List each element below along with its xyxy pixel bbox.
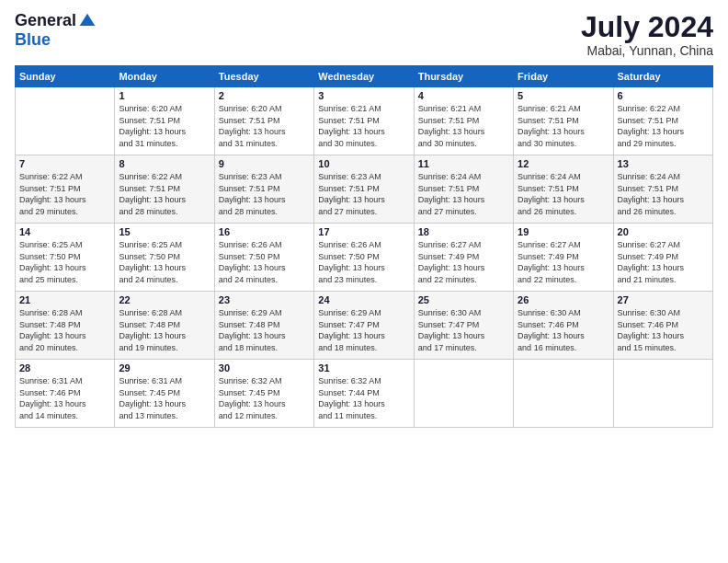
day-info: Sunrise: 6:25 AMSunset: 7:50 PMDaylight:… [19, 239, 110, 285]
daylight-text-cont: and 28 minutes. [119, 207, 177, 216]
day-number: 9 [219, 158, 310, 169]
daylight-text-cont: and 24 minutes. [119, 275, 177, 284]
sunrise-text: Sunrise: 6:25 AM [19, 240, 83, 249]
calendar-week-row: 14Sunrise: 6:25 AMSunset: 7:50 PMDayligh… [16, 224, 713, 292]
day-info: Sunrise: 6:20 AMSunset: 7:51 PMDaylight:… [219, 103, 310, 149]
day-info: Sunrise: 6:23 AMSunset: 7:51 PMDaylight:… [318, 171, 409, 217]
day-of-week-header: Monday [115, 66, 214, 87]
calendar-cell: 29Sunrise: 6:31 AMSunset: 7:45 PMDayligh… [115, 360, 214, 428]
sunset-text: Sunset: 7:50 PM [219, 252, 280, 261]
sunset-text: Sunset: 7:46 PM [518, 320, 579, 329]
daylight-text: Daylight: 13 hours [418, 127, 485, 136]
sunset-text: Sunset: 7:48 PM [19, 320, 81, 329]
sunset-text: Sunset: 7:46 PM [19, 388, 81, 397]
calendar-cell: 2Sunrise: 6:20 AMSunset: 7:51 PMDaylight… [214, 87, 313, 155]
sunrise-text: Sunrise: 6:21 AM [518, 104, 581, 113]
daylight-text: Daylight: 13 hours [119, 263, 186, 272]
calendar-cell [613, 360, 712, 428]
calendar-cell: 23Sunrise: 6:29 AMSunset: 7:48 PMDayligh… [214, 292, 313, 360]
calendar-cell: 22Sunrise: 6:28 AMSunset: 7:48 PMDayligh… [115, 292, 214, 360]
sunset-text: Sunset: 7:50 PM [318, 252, 380, 261]
day-number: 13 [618, 158, 709, 169]
day-number: 22 [119, 294, 210, 305]
day-number: 2 [219, 90, 310, 101]
sunrise-text: Sunrise: 6:22 AM [119, 172, 182, 181]
daylight-text-cont: and 29 minutes. [618, 139, 677, 148]
sunrise-text: Sunrise: 6:23 AM [318, 172, 381, 181]
day-of-week-header: Saturday [613, 66, 712, 87]
daylight-text: Daylight: 13 hours [418, 263, 485, 272]
day-of-week-header: Thursday [414, 66, 513, 87]
daylight-text-cont: and 30 minutes. [518, 139, 576, 148]
day-number: 27 [618, 294, 709, 305]
day-number: 15 [119, 226, 210, 237]
calendar-cell: 4Sunrise: 6:21 AMSunset: 7:51 PMDaylight… [414, 87, 513, 155]
daylight-text: Daylight: 13 hours [518, 195, 585, 204]
sunrise-text: Sunrise: 6:28 AM [119, 308, 182, 317]
calendar-cell: 11Sunrise: 6:24 AMSunset: 7:51 PMDayligh… [414, 155, 513, 224]
sunrise-text: Sunrise: 6:28 AM [19, 308, 83, 317]
day-info: Sunrise: 6:30 AMSunset: 7:46 PMDaylight:… [618, 307, 709, 353]
calendar-cell [16, 87, 115, 155]
svg-marker-0 [80, 13, 96, 25]
sunset-text: Sunset: 7:51 PM [418, 116, 480, 125]
sunrise-text: Sunrise: 6:30 AM [618, 308, 681, 317]
daylight-text-cont: and 17 minutes. [418, 343, 477, 352]
calendar-cell: 30Sunrise: 6:32 AMSunset: 7:45 PMDayligh… [214, 360, 313, 428]
day-info: Sunrise: 6:24 AMSunset: 7:51 PMDaylight:… [618, 171, 709, 217]
daylight-text-cont: and 28 minutes. [219, 207, 278, 216]
daylight-text: Daylight: 13 hours [518, 263, 585, 272]
day-of-week-header: Friday [514, 66, 613, 87]
daylight-text-cont: and 19 minutes. [119, 343, 177, 352]
day-number: 30 [219, 362, 310, 373]
calendar-cell: 24Sunrise: 6:29 AMSunset: 7:47 PMDayligh… [314, 292, 414, 360]
calendar-cell: 12Sunrise: 6:24 AMSunset: 7:51 PMDayligh… [514, 155, 613, 224]
day-number: 17 [318, 226, 409, 237]
daylight-text: Daylight: 13 hours [119, 127, 186, 136]
day-number: 16 [219, 226, 310, 237]
calendar-cell: 18Sunrise: 6:27 AMSunset: 7:49 PMDayligh… [414, 224, 513, 292]
title-area: July 2024 Mabai, Yunnan, China [581, 11, 713, 58]
day-info: Sunrise: 6:22 AMSunset: 7:51 PMDaylight:… [119, 171, 210, 217]
daylight-text-cont: and 22 minutes. [418, 275, 477, 284]
daylight-text-cont: and 14 minutes. [19, 411, 78, 420]
daylight-text: Daylight: 13 hours [119, 399, 186, 408]
daylight-text: Daylight: 13 hours [618, 263, 685, 272]
day-info: Sunrise: 6:32 AMSunset: 7:44 PMDaylight:… [318, 375, 409, 421]
day-info: Sunrise: 6:23 AMSunset: 7:51 PMDaylight:… [219, 171, 310, 217]
sunrise-text: Sunrise: 6:29 AM [219, 308, 282, 317]
sunrise-text: Sunrise: 6:27 AM [418, 240, 482, 249]
day-number: 24 [318, 294, 409, 305]
sunrise-text: Sunrise: 6:26 AM [219, 240, 282, 249]
calendar-cell: 6Sunrise: 6:22 AMSunset: 7:51 PMDaylight… [613, 87, 712, 155]
calendar-cell: 21Sunrise: 6:28 AMSunset: 7:48 PMDayligh… [16, 292, 115, 360]
calendar-week-row: 1Sunrise: 6:20 AMSunset: 7:51 PMDaylight… [16, 87, 713, 155]
sunrise-text: Sunrise: 6:22 AM [19, 172, 83, 181]
sunset-text: Sunset: 7:51 PM [518, 116, 579, 125]
sunrise-text: Sunrise: 6:21 AM [418, 104, 482, 113]
day-number: 29 [119, 362, 210, 373]
logo-general: General [15, 11, 76, 30]
day-info: Sunrise: 6:24 AMSunset: 7:51 PMDaylight:… [518, 171, 609, 217]
calendar-cell: 14Sunrise: 6:25 AMSunset: 7:50 PMDayligh… [16, 224, 115, 292]
sunset-text: Sunset: 7:48 PM [119, 320, 180, 329]
daylight-text: Daylight: 13 hours [19, 331, 86, 340]
daylight-text: Daylight: 13 hours [219, 127, 286, 136]
calendar-cell: 17Sunrise: 6:26 AMSunset: 7:50 PMDayligh… [314, 224, 414, 292]
day-info: Sunrise: 6:21 AMSunset: 7:51 PMDaylight:… [418, 103, 509, 149]
sunset-text: Sunset: 7:51 PM [618, 184, 679, 193]
sunset-text: Sunset: 7:45 PM [119, 388, 180, 397]
sunrise-text: Sunrise: 6:25 AM [119, 240, 182, 249]
day-info: Sunrise: 6:28 AMSunset: 7:48 PMDaylight:… [19, 307, 110, 353]
daylight-text-cont: and 16 minutes. [518, 343, 576, 352]
daylight-text: Daylight: 13 hours [618, 195, 685, 204]
day-info: Sunrise: 6:28 AMSunset: 7:48 PMDaylight:… [119, 307, 210, 353]
daylight-text: Daylight: 13 hours [19, 263, 86, 272]
day-info: Sunrise: 6:22 AMSunset: 7:51 PMDaylight:… [19, 171, 110, 217]
sunrise-text: Sunrise: 6:30 AM [418, 308, 482, 317]
daylight-text: Daylight: 13 hours [219, 263, 286, 272]
daylight-text-cont: and 25 minutes. [19, 275, 78, 284]
day-number: 25 [418, 294, 509, 305]
sunset-text: Sunset: 7:51 PM [318, 184, 380, 193]
sunrise-text: Sunrise: 6:26 AM [318, 240, 381, 249]
